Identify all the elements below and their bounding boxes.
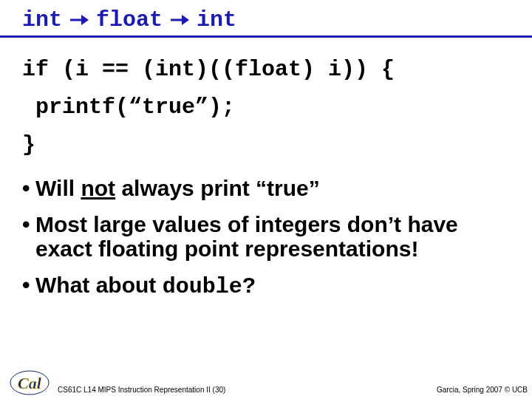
- slide-footer: Cal Cal CS61C L14 MIPS Instruction Repre…: [0, 366, 532, 396]
- bullet-text: What about double?: [35, 273, 510, 299]
- footer-right-text: Garcia, Spring 2007 © UCB: [437, 386, 528, 396]
- text-mono: double: [163, 274, 242, 299]
- footer-left: Cal Cal CS61C L14 MIPS Instruction Repre…: [9, 366, 225, 396]
- text-part: always print “true”: [115, 176, 320, 200]
- title-part-1: int: [22, 7, 62, 33]
- code-line: }: [22, 126, 510, 164]
- bullet-item: • Will not always print “true”: [22, 176, 510, 200]
- bullet-item: • Most large values of integers don’t ha…: [22, 212, 510, 261]
- arrow-right-icon: [170, 13, 189, 27]
- code-line: if (i == (int)((float) i)) {: [22, 51, 510, 89]
- text-part: Will: [35, 176, 81, 200]
- bullet-text: Will not always print “true”: [35, 176, 510, 200]
- title-part-2: float: [96, 7, 163, 33]
- bullet-dot-icon: •: [22, 212, 35, 261]
- text-underline: not: [81, 176, 115, 200]
- bullet-dot-icon: •: [22, 273, 35, 299]
- text-part: What about: [35, 273, 163, 297]
- bullet-item: • What about double?: [22, 273, 510, 299]
- cal-logo-icon: Cal Cal: [9, 366, 50, 396]
- title-part-3: int: [197, 7, 236, 33]
- code-block: if (i == (int)((float) i)) { printf(“tru…: [0, 38, 532, 164]
- svg-text:Cal: Cal: [18, 374, 42, 392]
- code-line: printf(“true”);: [22, 89, 510, 126]
- bullet-list: • Will not always print “true” • Most la…: [0, 164, 532, 299]
- text-part: ?: [242, 273, 256, 297]
- bullet-dot-icon: •: [22, 176, 35, 200]
- svg-marker-3: [182, 15, 189, 25]
- svg-marker-1: [81, 15, 89, 25]
- arrow-right-icon: [69, 13, 89, 27]
- slide: int float int if (i == (int)((float) i))…: [0, 0, 532, 399]
- bullet-text: Most large values of integers don’t have…: [35, 212, 510, 261]
- slide-title: int float int: [0, 0, 532, 38]
- footer-left-text: CS61C L14 MIPS Instruction Representatio…: [58, 386, 225, 396]
